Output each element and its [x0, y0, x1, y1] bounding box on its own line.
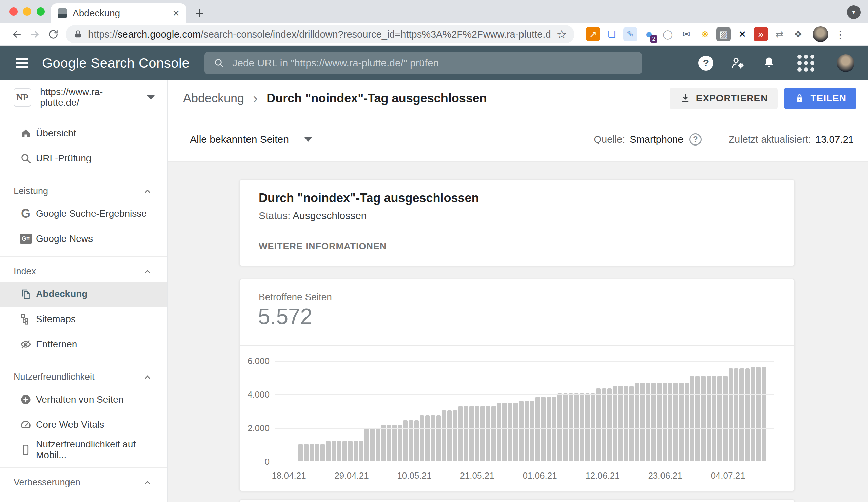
chart-bar[interactable]	[464, 406, 468, 461]
chart-bar[interactable]	[624, 386, 628, 461]
chart-bar[interactable]	[530, 401, 534, 461]
back-button[interactable]	[8, 25, 26, 43]
chart-bar[interactable]	[717, 376, 722, 461]
chart-bar[interactable]	[469, 406, 474, 461]
breadcrumb-parent[interactable]: Abdeckung	[183, 91, 244, 105]
chart-bar[interactable]	[425, 415, 430, 461]
chart-bar[interactable]	[734, 368, 738, 461]
chart-bar[interactable]	[420, 415, 424, 461]
chart-bar[interactable]	[723, 376, 727, 461]
sidebar-item-mobile-nutzerfreundlichkeit[interactable]: Nutzerfreundlichkeit auf Mobil...	[0, 437, 167, 462]
section-header-verbesserungen[interactable]: Verbesserungen	[0, 468, 167, 492]
chart-bar[interactable]	[762, 367, 766, 461]
chart-bar[interactable]	[447, 410, 452, 461]
arrows-extension-icon[interactable]: ⇄	[772, 27, 787, 41]
chart-bar[interactable]	[348, 441, 352, 461]
chart-bar[interactable]	[381, 425, 385, 461]
chart-bar[interactable]	[364, 429, 369, 461]
chart-bar[interactable]	[607, 388, 612, 461]
reload-button[interactable]	[44, 25, 62, 43]
export-button[interactable]: EXPORTIEREN	[670, 88, 778, 109]
chart-bar[interactable]	[386, 425, 391, 461]
sidebar-item-abdeckung[interactable]: Abdeckung	[0, 281, 167, 307]
chart-bar[interactable]	[486, 406, 490, 461]
puzzle-extensions-icon[interactable]: ❖	[791, 27, 805, 41]
section-header-index[interactable]: Index	[0, 257, 167, 281]
sidebar-item-core-web-vitals[interactable]: Core Web Vitals	[0, 412, 167, 437]
chart-bar[interactable]	[458, 406, 463, 461]
chart-bar[interactable]	[436, 415, 441, 461]
chart-bar[interactable]	[403, 420, 407, 461]
chart-bar[interactable]	[508, 403, 512, 461]
chart-bar[interactable]	[337, 441, 341, 461]
chart-bar[interactable]	[596, 388, 600, 461]
sidebar-item-sitemaps[interactable]: Sitemaps	[0, 307, 167, 332]
chart-bar[interactable]	[480, 406, 485, 461]
chart-bar[interactable]	[442, 410, 446, 461]
chart-bar[interactable]	[580, 393, 584, 461]
analytics-extension-icon[interactable]: ↗	[586, 27, 600, 41]
mail-extension-icon[interactable]: ✉	[679, 27, 693, 41]
chart-bar[interactable]	[398, 425, 402, 461]
chart-bar[interactable]	[497, 403, 502, 461]
eyedropper-extension-icon[interactable]: ✎	[623, 27, 638, 41]
chart-bar[interactable]	[376, 429, 380, 461]
sidebar-item-url-pruefung[interactable]: URL-Prüfung	[0, 146, 167, 171]
chart-bar[interactable]	[431, 415, 435, 461]
new-tab-button[interactable]: +	[195, 6, 204, 20]
help-circle-icon[interactable]: ?	[689, 133, 702, 145]
hatch-extension-icon[interactable]: ▨	[716, 27, 731, 41]
more-info-link[interactable]: WEITERE INFORMATIONEN	[259, 241, 386, 252]
share-button[interactable]: TEILEN	[784, 88, 857, 109]
sidebar-item-uebersicht[interactable]: Übersicht	[0, 121, 167, 146]
chart-bar[interactable]	[745, 368, 750, 461]
chart-bar[interactable]	[613, 386, 617, 461]
url-bar[interactable]: https://search.google.com/search-console…	[66, 25, 575, 43]
gray-ring-extension-icon[interactable]: ◯	[661, 27, 675, 41]
chart-bar[interactable]	[354, 441, 358, 461]
chart-bar[interactable]	[370, 429, 374, 461]
chart-bar[interactable]	[591, 393, 595, 461]
chart-bar[interactable]	[491, 406, 496, 461]
tag-assistant-extension-icon[interactable]: ❏	[604, 27, 619, 41]
chart-bar[interactable]	[706, 376, 711, 461]
chart-bar[interactable]	[728, 368, 733, 461]
chart-bar[interactable]	[503, 403, 507, 461]
chart-bar[interactable]	[326, 441, 330, 461]
chart-bar[interactable]	[712, 376, 716, 461]
notifications-bell-icon[interactable]	[762, 55, 776, 71]
sidebar-item-entfernen[interactable]: Entfernen	[0, 332, 167, 357]
chart-bar[interactable]	[392, 425, 397, 461]
account-avatar[interactable]	[837, 54, 855, 72]
window-minimize-button[interactable]	[23, 8, 31, 16]
chart-bar[interactable]	[342, 441, 347, 461]
chart-bar[interactable]	[453, 410, 457, 461]
chart-bar[interactable]	[359, 441, 363, 461]
bookmark-star-icon[interactable]: ☆	[557, 28, 567, 41]
user-settings-icon[interactable]	[730, 55, 745, 71]
chart-bar[interactable]	[525, 401, 529, 461]
fastforward-extension-icon[interactable]: »	[754, 27, 768, 41]
x-extension-icon[interactable]: ✕	[735, 27, 749, 41]
browser-menu-icon[interactable]: ⋮	[835, 29, 845, 40]
window-zoom-button[interactable]	[37, 8, 45, 16]
chart-bar[interactable]	[310, 444, 314, 461]
chart-bar[interactable]	[690, 376, 694, 461]
chart-bar[interactable]	[298, 444, 303, 461]
chart-bar[interactable]	[315, 444, 319, 461]
hamburger-menu-icon[interactable]	[16, 58, 29, 68]
google-apps-grid-icon[interactable]	[797, 54, 814, 72]
browser-profile-avatar[interactable]	[813, 27, 828, 42]
chart-bar[interactable]	[304, 444, 308, 461]
section-header-leistung[interactable]: Leistung	[0, 176, 167, 201]
chart-bar[interactable]	[618, 386, 622, 461]
url-inspect-search[interactable]: Jede URL in "https://www.ra-plutte.de/" …	[205, 52, 642, 74]
tab-close-icon[interactable]: ✕	[172, 8, 180, 19]
shutter-extension-icon[interactable]: ❋	[698, 27, 712, 41]
chart-bar[interactable]	[585, 393, 590, 461]
window-close-button[interactable]	[10, 8, 18, 16]
chart-bar[interactable]	[563, 393, 568, 461]
chart-bar[interactable]	[519, 401, 524, 461]
sidebar-item-verhalten-von-seiten[interactable]: Verhalten von Seiten	[0, 387, 167, 412]
chart-bar[interactable]	[414, 420, 419, 461]
